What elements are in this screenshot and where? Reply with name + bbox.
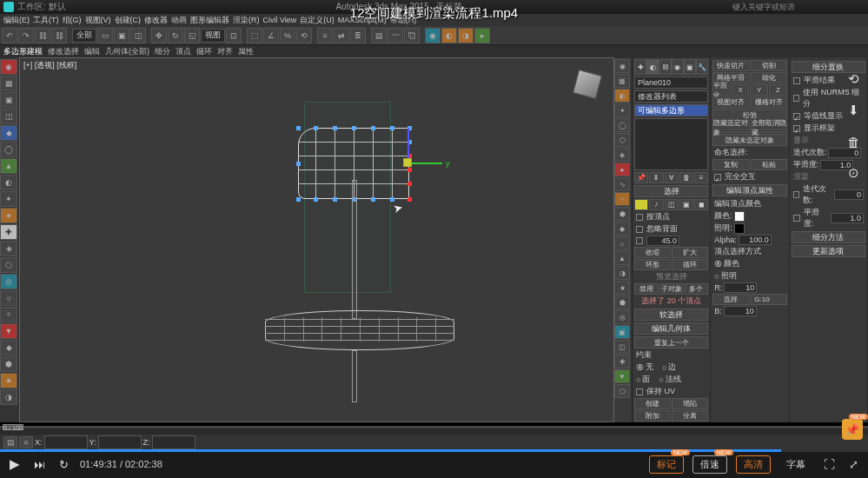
vt-btn-14[interactable]: ▲ bbox=[614, 251, 630, 265]
vt-btn-6[interactable]: ⬡ bbox=[614, 133, 630, 147]
by-angle-check[interactable] bbox=[636, 237, 643, 244]
planar-y[interactable]: Y bbox=[750, 84, 768, 96]
search-hint[interactable]: 键入关键字或短语 bbox=[732, 2, 795, 13]
timeline-handle[interactable]: 0 / 100 bbox=[3, 424, 23, 430]
lt-btn-16[interactable]: ✧ bbox=[0, 307, 17, 322]
tab-create[interactable]: ✚ bbox=[634, 59, 646, 75]
grow-button[interactable]: 扩大 bbox=[672, 247, 708, 258]
angle-spinner[interactable]: 45.0 bbox=[646, 236, 679, 246]
remove-mod-button[interactable]: 🗑 bbox=[679, 172, 693, 183]
lt-btn-9[interactable]: ✦ bbox=[0, 191, 17, 207]
menu-modifiers[interactable]: 修改器 bbox=[144, 15, 168, 26]
vt-btn-1[interactable]: ◉ bbox=[614, 59, 630, 73]
hide-sel-button[interactable]: 隐藏选定对象 bbox=[712, 122, 749, 133]
lt-btn-4[interactable]: ◫ bbox=[0, 109, 17, 124]
preview-multi[interactable]: 多个 bbox=[685, 283, 709, 295]
ribbon-polymodel[interactable]: 多边形建模 bbox=[3, 46, 43, 57]
layer-button[interactable]: ▤ bbox=[371, 28, 387, 43]
cut-button[interactable]: 切割 bbox=[751, 60, 787, 71]
object-name-field[interactable]: Plane010 bbox=[634, 76, 708, 89]
lt-btn-2[interactable]: ▦ bbox=[0, 76, 17, 91]
ring-button[interactable]: 环形 bbox=[634, 259, 671, 270]
maxscript-listener-icon[interactable]: ▤ bbox=[3, 436, 17, 448]
pivot-button[interactable]: ⊡ bbox=[226, 28, 242, 43]
vt-btn-8[interactable]: ● bbox=[614, 163, 630, 176]
scale-button[interactable]: ◱ bbox=[184, 28, 200, 43]
subtitle-button[interactable]: 字幕 bbox=[779, 456, 812, 473]
modifier-stack[interactable] bbox=[634, 118, 708, 170]
vt-btn-23[interactable]: ⬡ bbox=[614, 384, 630, 398]
alpha-spinner[interactable]: 100.0 bbox=[739, 235, 772, 245]
redo-button[interactable]: ↷ bbox=[18, 28, 34, 43]
selection-filter[interactable]: 全部 bbox=[72, 29, 96, 43]
rotate-button[interactable]: ↻ bbox=[168, 28, 183, 43]
ribbon-vertex[interactable]: 顶点 bbox=[176, 46, 191, 57]
lt-btn-14[interactable]: ◎ bbox=[0, 274, 17, 289]
modifier-list[interactable]: 修改器列表 bbox=[634, 90, 708, 103]
vt-btn-7[interactable]: ◈ bbox=[614, 148, 630, 162]
rollout-update-opts[interactable]: 更新选项 bbox=[792, 245, 865, 257]
lt-btn-3[interactable]: ▣ bbox=[0, 92, 17, 108]
video-progress[interactable] bbox=[0, 449, 868, 452]
menu-create[interactable]: 创建(C) bbox=[115, 15, 142, 26]
quality-button[interactable]: 高清 bbox=[736, 455, 771, 474]
isoline-check[interactable] bbox=[793, 113, 800, 120]
vt-btn-2[interactable]: ▦ bbox=[614, 74, 630, 88]
coord-z-field[interactable] bbox=[152, 435, 195, 449]
rollout-softsel[interactable]: 软选择 bbox=[634, 309, 708, 321]
curve-editor-button[interactable]: 〰 bbox=[388, 28, 403, 43]
smooth-result-check[interactable] bbox=[793, 77, 800, 84]
ribbon-geom[interactable]: 几何体(全部) bbox=[105, 46, 149, 57]
menu-graph[interactable]: 图形编辑器 bbox=[190, 15, 229, 26]
align-button[interactable]: ≣ bbox=[350, 28, 366, 43]
prompt-icon[interactable]: ≡ bbox=[19, 436, 33, 448]
lt-btn-1[interactable]: ◉ bbox=[0, 59, 17, 75]
rollout-subdiv-method[interactable]: 细分方法 bbox=[792, 231, 865, 243]
tab-hierarchy[interactable]: ⛓ bbox=[659, 59, 671, 75]
loop-button[interactable]: 循环 bbox=[672, 259, 708, 270]
speed-button[interactable]: 倍速NEW bbox=[692, 455, 727, 474]
pin-stack-button[interactable]: 📌 bbox=[634, 172, 648, 183]
select-region-button[interactable]: ◫ bbox=[130, 28, 146, 43]
preview-sub[interactable]: 子对象 bbox=[659, 283, 684, 295]
tessellate-button[interactable]: 细化 bbox=[751, 72, 787, 83]
vt-btn-4[interactable]: ✦ bbox=[614, 103, 630, 117]
vt-btn-21[interactable]: ✚ bbox=[614, 355, 630, 368]
ribbon-subdiv[interactable]: 细分 bbox=[155, 46, 170, 57]
download-icon[interactable]: ⬇ bbox=[844, 101, 863, 120]
vt-btn-17[interactable]: ⬟ bbox=[614, 295, 630, 309]
lt-btn-5[interactable]: ◆ bbox=[0, 125, 17, 141]
lt-btn-13[interactable]: ⬡ bbox=[0, 257, 17, 273]
rollout-vertprop[interactable]: 编辑顶点属性 bbox=[712, 184, 786, 196]
shrink-button[interactable]: 收缩 bbox=[634, 247, 671, 258]
share-icon[interactable]: ⟲ bbox=[844, 70, 863, 89]
lt-btn-10[interactable]: ● bbox=[0, 208, 17, 223]
modifier-stack-item[interactable]: 可编辑多边形 bbox=[634, 104, 708, 116]
coord-x-field[interactable] bbox=[44, 435, 88, 449]
menu-custom[interactable]: 自定义(U) bbox=[300, 15, 335, 26]
ribbon-modsel[interactable]: 修改选择 bbox=[48, 46, 79, 57]
viewcube[interactable] bbox=[570, 67, 605, 102]
lt-btn-20[interactable]: ★ bbox=[0, 373, 17, 388]
vt-btn-18[interactable]: ◎ bbox=[614, 310, 630, 324]
fullscreen-button[interactable]: ⤢ bbox=[845, 456, 861, 472]
mirror-button[interactable]: ⇄ bbox=[334, 28, 349, 43]
subobj-border[interactable]: ◫ bbox=[665, 199, 679, 210]
tab-display[interactable]: ▣ bbox=[684, 59, 696, 75]
ribbon-align[interactable]: 对齐 bbox=[217, 46, 233, 57]
lt-btn-19[interactable]: ⬢ bbox=[0, 356, 17, 372]
menu-anim[interactable]: 动画 bbox=[171, 15, 187, 26]
delete-icon[interactable]: 🗑 bbox=[844, 132, 863, 151]
vt-btn-15[interactable]: ◑ bbox=[614, 266, 630, 280]
b-spinner[interactable]: 10 bbox=[724, 306, 757, 316]
named-sel-button[interactable]: ≡ bbox=[317, 28, 333, 43]
configure-button[interactable]: ≡ bbox=[694, 172, 708, 183]
unhide-all-button[interactable]: 全部取消隐藏 bbox=[751, 122, 787, 133]
lt-btn-18[interactable]: ◆ bbox=[0, 340, 17, 355]
make-unique-button[interactable]: ∀ bbox=[665, 172, 679, 183]
lt-btn-11[interactable]: ✚ bbox=[0, 224, 17, 240]
gridalign-button[interactable]: 栅格对齐 bbox=[751, 96, 787, 108]
planar-button[interactable]: 平面化 bbox=[712, 84, 731, 96]
detach-button[interactable]: 分离 bbox=[672, 410, 708, 422]
subobj-poly[interactable]: ▣ bbox=[679, 199, 693, 210]
